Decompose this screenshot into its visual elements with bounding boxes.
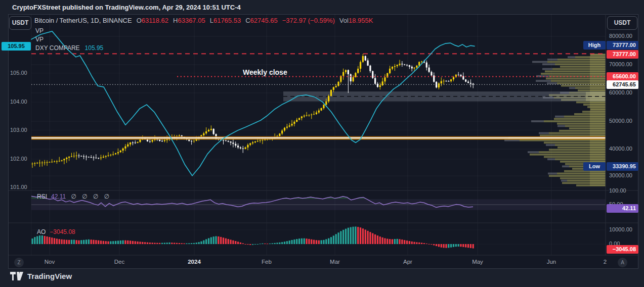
price-chip: −3045.08 — [607, 245, 638, 254]
time-axis-label: 2 — [604, 259, 607, 265]
right-axis-tick: 30000.00 — [609, 172, 632, 178]
price-chip: 65600.00 — [607, 72, 638, 81]
time-axis-label: Jun — [547, 259, 556, 265]
weekly-close-annotation: Weekly close — [243, 68, 287, 76]
ohlc-low: L61765.53 — [210, 17, 241, 24]
left-axis-tick: 101.00 — [10, 184, 27, 190]
right-axis-tick: 70000.00 — [609, 61, 632, 67]
orange-support-line — [31, 137, 606, 139]
right-axis-tick: 10000.00 — [609, 226, 632, 232]
ao-value: −3045.08 — [50, 228, 75, 235]
price-chip: 62745.65 — [607, 80, 638, 89]
ao-legend[interactable]: AO−3045.08 — [37, 228, 75, 235]
time-axis-label: Feb — [262, 259, 272, 265]
high-label-chip: High — [583, 41, 606, 50]
symbol-title[interactable]: Bitcoin / TetherUS, 1D, BINANCE — [34, 17, 132, 24]
ohlc-close: C62745.65 — [245, 17, 278, 24]
indicator-legend: VP VP DXY COMPARE105.95 — [35, 27, 103, 53]
left-axis-tick: 102.00 — [10, 156, 27, 162]
left-axis-tick: 103.00 — [10, 127, 27, 133]
price-chip: 73777.00 — [607, 50, 638, 59]
time-axis-label: May — [472, 259, 483, 265]
tradingview-screenshot: CryptoFXStreet published on TradingView.… — [0, 0, 644, 287]
rsi-legend[interactable]: RSI42.11∅ ∅ ∅ ∅ — [37, 193, 111, 200]
left-axis-tick: 104.00 — [10, 99, 27, 105]
currency-toggle-right[interactable]: USDT — [607, 16, 637, 30]
left-axis-tick: 105.00 — [10, 70, 27, 76]
right-axis-tick: 60000.00 — [609, 89, 632, 95]
right-axis-tick: 80000.00 — [609, 33, 632, 39]
brand-name[interactable]: TradingView — [27, 272, 72, 280]
footer-bar: TradingView — [10, 272, 72, 280]
legend-dxy-compare[interactable]: DXY COMPARE105.95 — [35, 44, 103, 52]
price-chip: 73777.00 — [607, 41, 638, 50]
time-axis-label: 2024 — [188, 259, 201, 265]
currency-toggle-left[interactable]: USDT — [9, 16, 31, 30]
time-axis-label: Nov — [45, 259, 55, 265]
time-axis-label: Mar — [330, 259, 340, 265]
rsi-empty-values: ∅ ∅ ∅ ∅ — [71, 193, 111, 200]
rsi-value: 42.11 — [51, 193, 66, 200]
dxy-price-chip: 105.95 — [2, 42, 31, 51]
right-axis-tick: 40000.00 — [609, 146, 632, 152]
legend-vp-1[interactable]: VP — [35, 27, 103, 35]
price-chip: 33390.95 — [607, 162, 638, 171]
legend-vp-2[interactable]: VP — [35, 35, 103, 43]
grid-lines — [31, 14, 606, 255]
auto-scale-button[interactable]: A — [618, 258, 627, 267]
low-label-chip: Low — [583, 162, 606, 171]
time-axis-label: Apr — [403, 259, 412, 265]
price-chip: 42.11 — [607, 204, 638, 213]
ohlc-open: O63118.62 — [137, 17, 168, 24]
ohlc-high: H63367.05 — [173, 17, 205, 24]
dxy-value: 105.95 — [85, 44, 104, 52]
ohlc-change: −372.97 (−0.59%) — [282, 17, 335, 24]
right-axis-tick: 50000.00 — [609, 118, 632, 124]
timezone-button[interactable]: Z — [14, 258, 24, 267]
dxy-compare-line — [31, 31, 475, 176]
time-axis-label: Dec — [114, 259, 124, 265]
right-axis-tick: 100.00 — [609, 187, 626, 194]
volume-readout: Vol18.955K — [339, 17, 373, 24]
symbol-info-bar[interactable]: Bitcoin / TetherUS, 1D, BINANCE O63118.6… — [34, 17, 373, 24]
tradingview-logo[interactable] — [10, 272, 23, 280]
